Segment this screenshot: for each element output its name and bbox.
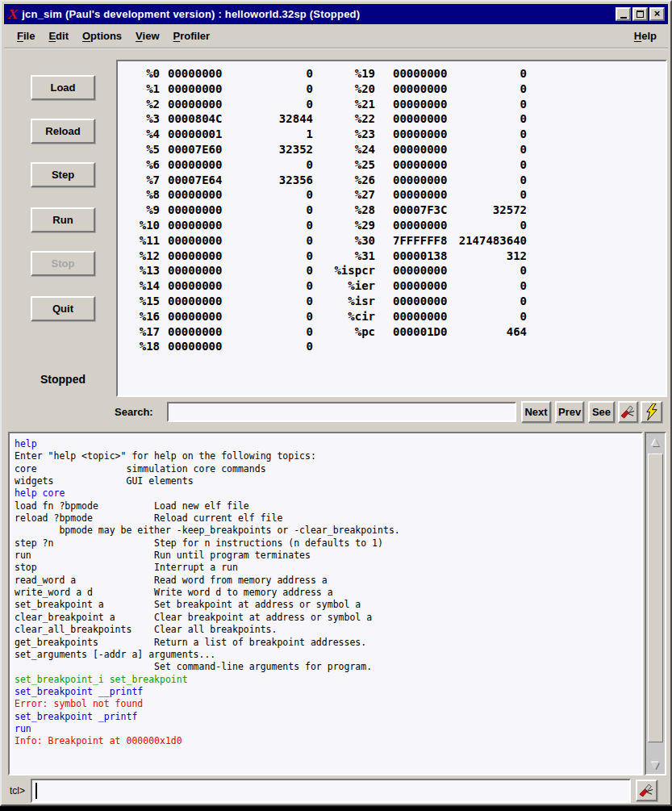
register-dec-value: 0 bbox=[449, 295, 527, 307]
register-hex-value: 00000000 bbox=[393, 279, 449, 292]
console-output[interactable]: helpEnter "help <topic>" for help on the… bbox=[8, 432, 643, 775]
lightning-tool-button[interactable] bbox=[641, 401, 662, 423]
run-button[interactable]: Run bbox=[31, 207, 95, 232]
register-hex-value: 00000000 bbox=[168, 249, 224, 262]
register-hex-value: 00000000 bbox=[168, 188, 224, 201]
register-name: %13 bbox=[131, 264, 160, 277]
register-name: %18 bbox=[131, 340, 160, 353]
register-name: %5 bbox=[131, 143, 160, 156]
menu-options[interactable]: Options bbox=[82, 30, 122, 42]
register-row: %14000000000 bbox=[131, 279, 313, 295]
register-row: %0000000000 bbox=[131, 67, 313, 82]
register-row: %10000000000 bbox=[131, 219, 313, 234]
register-name: %25 bbox=[327, 158, 375, 171]
register-hex-value: 00000000 bbox=[168, 264, 224, 277]
window-controls: × bbox=[616, 7, 667, 21]
register-name: %19 bbox=[327, 67, 375, 80]
menu-help[interactable]: Help bbox=[634, 30, 657, 42]
console-line: run bbox=[15, 723, 641, 735]
register-hex-value: 00000000 bbox=[393, 188, 449, 201]
register-dec-value: 0 bbox=[449, 219, 527, 232]
menu-view[interactable]: View bbox=[136, 30, 159, 42]
next-button[interactable]: Next bbox=[521, 401, 551, 423]
scroll-thumb[interactable] bbox=[648, 454, 663, 742]
register-dec-value: 0 bbox=[449, 67, 527, 80]
register-dec-value: 0 bbox=[224, 67, 313, 80]
window-title: jcn_sim (Paul's development version) : h… bbox=[22, 8, 360, 20]
tcl-command-input[interactable] bbox=[31, 779, 631, 803]
register-hex-value: 00000000 bbox=[393, 295, 449, 307]
register-name: %9 bbox=[131, 203, 160, 216]
register-name: %28 bbox=[327, 203, 375, 216]
register-hex-value: 00000001 bbox=[168, 128, 224, 140]
register-dec-value: 0 bbox=[449, 279, 527, 292]
knife-tool-button[interactable] bbox=[618, 401, 638, 423]
console-line: clear_breakpoint a Clear breakpoint at a… bbox=[15, 612, 641, 624]
register-row: %11000000000 bbox=[131, 234, 313, 249]
register-dec-value: 0 bbox=[224, 295, 313, 307]
lightning-bolt-icon bbox=[645, 403, 658, 420]
register-name: %isr bbox=[327, 295, 375, 307]
register-hex-value: 00000000 bbox=[393, 264, 449, 277]
reload-button[interactable]: Reload bbox=[31, 119, 95, 144]
minimize-button[interactable] bbox=[616, 7, 631, 21]
menu-edit[interactable]: Edit bbox=[48, 30, 69, 42]
register-name: %ier bbox=[327, 279, 375, 292]
scroll-down-button[interactable]: ▼ bbox=[646, 756, 665, 774]
step-button[interactable]: Step bbox=[31, 162, 95, 187]
register-row: %21000000000 bbox=[327, 98, 527, 113]
register-name: %4 bbox=[131, 128, 160, 140]
console-line: clear_all_breakpoints Clear all breakpoi… bbox=[15, 624, 641, 636]
menu-profiler[interactable]: Profiler bbox=[173, 30, 211, 42]
console-line: help core bbox=[15, 487, 641, 500]
register-hex-value: 00000000 bbox=[168, 295, 224, 307]
register-dec-value: 0 bbox=[224, 279, 313, 292]
register-name: %8 bbox=[131, 188, 160, 201]
register-dec-value: 0 bbox=[449, 188, 527, 201]
register-hex-value: 7FFFFFF8 bbox=[393, 234, 449, 247]
maximize-icon bbox=[637, 10, 644, 18]
register-dec-value: 0 bbox=[449, 128, 527, 140]
register-dec-value: 0 bbox=[449, 264, 527, 277]
register-dec-value: 0 bbox=[224, 82, 313, 95]
prev-button[interactable]: Prev bbox=[555, 401, 584, 423]
register-row: %isr000000000 bbox=[327, 295, 527, 310]
register-hex-value: 00007F3C bbox=[393, 203, 449, 216]
register-row: %24000000000 bbox=[327, 143, 527, 158]
register-row: %700007E6432356 bbox=[131, 173, 313, 189]
register-hex-value: 00000000 bbox=[393, 143, 449, 156]
tcl-knife-tool-button[interactable] bbox=[636, 780, 657, 801]
register-name: %21 bbox=[327, 98, 375, 111]
search-label: Search: bbox=[115, 406, 153, 418]
register-hex-value: 00000000 bbox=[393, 310, 449, 323]
maximize-button[interactable] bbox=[632, 7, 648, 21]
swiss-army-knife-icon bbox=[639, 783, 654, 798]
quit-button[interactable]: Quit bbox=[31, 296, 95, 321]
see-button[interactable]: See bbox=[588, 401, 615, 423]
register-hex-value: 00000000 bbox=[393, 82, 449, 95]
load-button[interactable]: Load bbox=[31, 75, 95, 100]
x11-logo-icon: X bbox=[3, 6, 23, 23]
register-hex-value: 00000000 bbox=[168, 158, 224, 171]
close-button[interactable]: × bbox=[649, 7, 665, 21]
register-hex-value: 000001D0 bbox=[393, 325, 449, 338]
titlebar[interactable]: X jcn_sim (Paul's development version) :… bbox=[4, 4, 668, 24]
register-row: %3100000138312 bbox=[327, 249, 527, 265]
console-line: set_breakpoint __printf bbox=[15, 686, 641, 698]
register-row: %307FFFFFF82147483640 bbox=[327, 234, 527, 249]
register-dec-value: 32844 bbox=[224, 112, 313, 125]
console-line: set_breakpoint a Set breakpoint at addre… bbox=[15, 599, 641, 611]
tcl-prompt-label: tcl> bbox=[10, 785, 25, 796]
register-hex-value: 00000000 bbox=[168, 310, 224, 323]
register-hex-value: 00000000 bbox=[393, 173, 449, 186]
register-row: %500007E6032352 bbox=[131, 143, 313, 158]
console-scrollbar[interactable]: ▲ ▼ bbox=[645, 432, 666, 775]
search-input[interactable] bbox=[167, 402, 516, 422]
register-row: %pc000001D0464 bbox=[327, 325, 527, 341]
scroll-up-button[interactable]: ▲ bbox=[646, 433, 665, 451]
register-dec-value: 0 bbox=[224, 98, 313, 111]
register-dec-value: 0 bbox=[224, 264, 313, 277]
register-dec-value: 0 bbox=[224, 234, 313, 247]
menu-file[interactable]: File bbox=[17, 30, 35, 42]
register-hex-value: 00000000 bbox=[168, 325, 224, 338]
